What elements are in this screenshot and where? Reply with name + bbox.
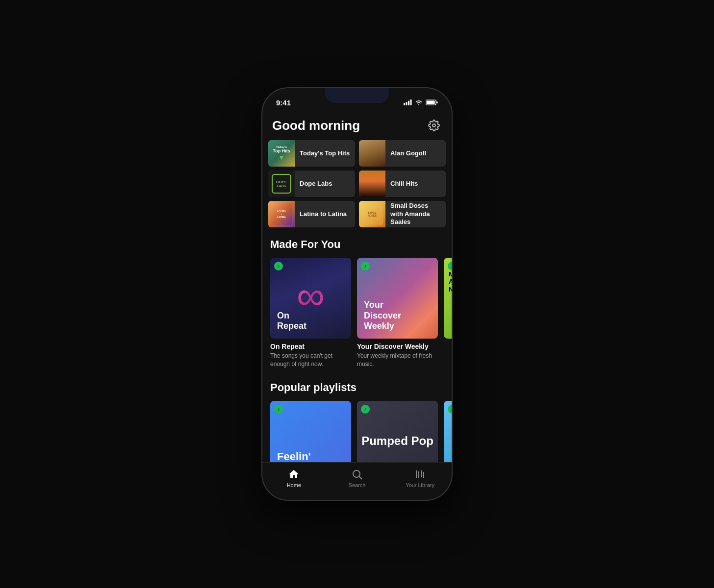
- nav-label-library: Your Library: [406, 482, 434, 488]
- card-art-daily-mix: ♪ DMUANNE: [444, 258, 452, 339]
- nav-item-home[interactable]: Home: [262, 466, 326, 490]
- content-scroll[interactable]: Good morning Today's: [262, 110, 452, 462]
- svg-rect-5: [427, 101, 435, 104]
- nav-label-home: Home: [287, 482, 301, 488]
- quick-access-grid: Today's Top Hits ▼ Today's Top Hits Alan: [262, 140, 452, 227]
- nav-label-search: Search: [349, 482, 366, 488]
- quick-item-todays-top-hits[interactable]: Today's Top Hits ▼ Today's Top Hits: [268, 140, 355, 167]
- discover-art-label: YourDiscoverWeekly: [364, 300, 401, 332]
- quick-label-chill-hits: Chill Hits: [385, 180, 423, 188]
- popular-playlists-cards[interactable]: ♪ Feelin'Good Feelin' Good ♪: [262, 401, 452, 462]
- search-icon: [351, 468, 363, 480]
- spotify-logo-discover: ♪: [361, 262, 370, 270]
- quick-item-chill-hits[interactable]: Chill Hits: [359, 171, 446, 197]
- spotify-logo-feelin: ♪: [274, 405, 283, 414]
- svg-rect-1: [406, 102, 408, 105]
- card-on-repeat[interactable]: ♪ ∞ OnRepeat On Repeat The songs you can…: [270, 258, 351, 368]
- card-third-popular[interactable]: ♪: [444, 401, 452, 462]
- card-pumped-pop[interactable]: ♪ Pumped Pop Pumped Pop: [357, 401, 438, 462]
- svg-rect-2: [408, 101, 409, 106]
- spotify-logo-on-repeat: ♪: [274, 262, 283, 270]
- svg-line-9: [359, 477, 362, 480]
- settings-button[interactable]: [426, 118, 442, 133]
- library-icon: [414, 468, 426, 480]
- thumb-dope-labs: DOPE LABS: [268, 171, 295, 197]
- status-icons: [404, 99, 438, 105]
- svg-point-8: [353, 470, 360, 477]
- quick-item-latina[interactable]: LATINA•LATINA Latina to Latina: [268, 201, 355, 227]
- quick-label-alan-gogoll: Alan Gogoll: [385, 149, 431, 158]
- card-art-feelin-good: ♪ Feelin'Good: [270, 401, 351, 462]
- thumb-chill-hits: [359, 171, 385, 197]
- quick-label-todays-top-hits: Today's Top Hits: [295, 149, 355, 158]
- thumb-alan-gogoll: [359, 140, 385, 167]
- signal-icon: [404, 99, 412, 105]
- on-repeat-art-label: OnRepeat: [277, 311, 306, 332]
- card-desc-discover-weekly: Your weekly mixtape of fresh music.: [357, 352, 438, 368]
- home-icon: [288, 468, 300, 480]
- popular-playlists-header: Popular playlists: [262, 370, 452, 401]
- card-art-third-popular: ♪: [444, 401, 452, 462]
- spotify-logo-third: ♪: [448, 405, 452, 414]
- svg-rect-3: [410, 99, 412, 105]
- card-discover-weekly[interactable]: ♪ YourDiscoverWeekly Your Discover Weekl…: [357, 258, 438, 368]
- phone-screen: 9:41: [262, 88, 452, 500]
- svg-point-7: [433, 124, 435, 127]
- page-title: Good morning: [272, 118, 360, 133]
- card-art-on-repeat: ♪ ∞ OnRepeat: [270, 258, 351, 339]
- made-for-you-cards[interactable]: ♪ ∞ OnRepeat On Repeat The songs you can…: [262, 258, 452, 370]
- thumb-todays-top-hits: Today's Top Hits ▼: [268, 140, 295, 167]
- pumped-pop-art-label: Pumped Pop: [361, 435, 434, 447]
- card-feelin-good[interactable]: ♪ Feelin'Good Feelin' Good: [270, 401, 351, 462]
- svg-rect-6: [436, 101, 438, 103]
- thumb-latina: LATINA•LATINA: [268, 201, 295, 227]
- notch: [325, 88, 389, 103]
- phone-shell: 9:41: [261, 87, 453, 501]
- battery-icon: [426, 99, 438, 105]
- spotify-logo-pumped: ♪: [361, 405, 370, 414]
- bottom-nav: Home Search Your Library: [262, 462, 452, 500]
- card-daily-mix[interactable]: ♪ DMUANNE: [444, 258, 452, 368]
- made-for-you-header: Made For You: [262, 227, 452, 258]
- header: Good morning: [262, 110, 452, 140]
- thumb-small-doses: SMALLROSES: [359, 201, 385, 227]
- nav-item-search[interactable]: Search: [326, 466, 389, 490]
- card-art-discover-weekly: ♪ YourDiscoverWeekly: [357, 258, 438, 339]
- quick-label-small-doses: Small Doses with Amanda Saales: [385, 202, 446, 227]
- nav-item-library[interactable]: Your Library: [388, 466, 452, 490]
- quick-item-small-doses[interactable]: SMALLROSES Small Doses with Amanda Saale…: [359, 201, 446, 227]
- card-title-on-repeat: On Repeat: [270, 343, 351, 350]
- svg-rect-0: [404, 103, 405, 105]
- feelin-good-art-label: Feelin'Good: [277, 451, 311, 462]
- quick-label-latina: Latina to Latina: [295, 210, 352, 219]
- settings-icon: [428, 120, 440, 131]
- quick-item-dope-labs[interactable]: DOPE LABS Dope Labs: [268, 171, 355, 197]
- card-art-pumped-pop: ♪ Pumped Pop: [357, 401, 438, 462]
- status-time: 9:41: [276, 98, 291, 107]
- quick-label-dope-labs: Dope Labs: [295, 180, 337, 188]
- wifi-icon: [415, 99, 423, 105]
- card-title-discover-weekly: Your Discover Weekly: [357, 343, 438, 350]
- card-desc-on-repeat: The songs you can't get enough of right …: [270, 352, 351, 368]
- quick-item-alan-gogoll[interactable]: Alan Gogoll: [359, 140, 446, 167]
